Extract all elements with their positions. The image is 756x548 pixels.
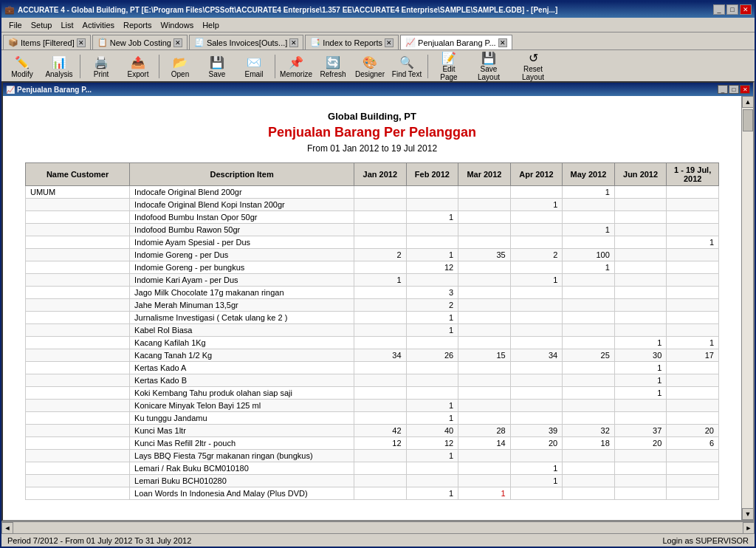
- cell-apr: [510, 362, 563, 374]
- col-header-jun: Jun 2012: [614, 163, 667, 186]
- cell-jul: [667, 249, 719, 261]
- cell-jun: 1: [614, 374, 667, 387]
- cell-may: 1: [563, 261, 615, 274]
- resetlayout-button[interactable]: ↺ Reset Layout: [511, 52, 555, 81]
- cell-item: Kabel Rol Biasa: [130, 324, 354, 337]
- refresh-button[interactable]: 🔄 Refresh: [315, 52, 351, 81]
- cell-apr: [510, 236, 563, 249]
- vscroll-track[interactable]: [742, 108, 753, 508]
- memorize-icon: 📌: [287, 55, 305, 70]
- menu-help[interactable]: Help: [198, 19, 224, 31]
- cell-may: [563, 487, 615, 500]
- tab-job-icon: 📋: [97, 38, 108, 47]
- editpage-button[interactable]: 📝 Edit Page: [431, 52, 467, 81]
- col-header-apr: Apr 2012: [510, 163, 563, 186]
- tab-index-reports[interactable]: 📑 Index to Reports ✕: [305, 35, 399, 49]
- cell-item: Indomie Goreng - per Dus: [130, 249, 354, 261]
- menu-activities[interactable]: Activities: [78, 19, 119, 31]
- menu-file[interactable]: File: [4, 19, 27, 31]
- cell-may: [563, 324, 615, 337]
- inner-minimize[interactable]: _: [718, 85, 728, 94]
- vscroll-down[interactable]: ▼: [742, 508, 754, 520]
- cell-apr: 1: [510, 475, 563, 487]
- cell-customer: [26, 450, 130, 462]
- print-button[interactable]: 🖨️ Print: [83, 52, 119, 81]
- maximize-button[interactable]: □: [726, 4, 738, 15]
- vscroll-thumb[interactable]: [743, 109, 753, 131]
- close-button[interactable]: ✕: [740, 4, 752, 15]
- inner-title-text: Penjualan Barang P...: [17, 86, 92, 94]
- report-scroll[interactable]: Global Building, PT Penjualan Barang Per…: [3, 96, 741, 520]
- designer-button[interactable]: 🎨 Designer: [352, 52, 388, 81]
- cell-jan: [354, 299, 407, 312]
- hscroll-left[interactable]: ◄: [1, 522, 13, 534]
- horizontal-scrollbar[interactable]: ◄ ►: [1, 521, 755, 533]
- cell-feb: 26: [406, 349, 458, 362]
- inner-close[interactable]: ✕: [740, 85, 750, 94]
- cell-item: Indomie Kari Ayam - per Dus: [130, 274, 354, 287]
- tab-job-close[interactable]: ✕: [173, 38, 182, 47]
- menu-setup[interactable]: Setup: [27, 19, 57, 31]
- cell-customer: [26, 224, 130, 236]
- cell-mar: [458, 475, 511, 487]
- tab-penjualan[interactable]: 📈 Penjualan Barang P... ✕: [400, 35, 512, 49]
- email-button[interactable]: ✉️ Email: [236, 52, 272, 81]
- tab-sales-close[interactable]: ✕: [289, 38, 298, 47]
- cell-apr: 2: [510, 249, 563, 261]
- cell-may: 18: [563, 437, 615, 450]
- tab-items-filtered[interactable]: 📦 Items [Filtered] ✕: [3, 35, 91, 49]
- cell-customer: [26, 337, 130, 349]
- tab-penjualan-close[interactable]: ✕: [498, 38, 507, 47]
- savelayout-icon: 💾: [480, 51, 498, 65]
- menu-reports[interactable]: Reports: [119, 19, 157, 31]
- col-header-mar: Mar 2012: [458, 163, 511, 186]
- cell-jul: 6: [667, 437, 719, 450]
- sep1: [80, 55, 80, 78]
- tab-items-close[interactable]: ✕: [77, 38, 86, 47]
- tab-sales-invoices[interactable]: 🧾 Sales Invoices[Outs...] ✕: [189, 35, 303, 49]
- cell-jan: [354, 400, 407, 412]
- menu-windows[interactable]: Windows: [157, 19, 199, 31]
- cell-item: Kunci Mas Refill 2ltr - pouch: [130, 437, 354, 450]
- cell-feb: [406, 186, 458, 199]
- open-button[interactable]: 📂 Open: [162, 52, 198, 81]
- designer-icon: 🎨: [361, 55, 379, 70]
- cell-item: Lays BBQ Fiesta 75gr makanan ringan (bun…: [130, 450, 354, 462]
- analysis-button[interactable]: 📊 Analysis: [41, 52, 77, 81]
- modify-button[interactable]: ✏️ Modify: [4, 52, 40, 81]
- cell-jul: [667, 299, 719, 312]
- savelayout-button[interactable]: 💾 Save Layout: [468, 52, 509, 81]
- cell-jun: [614, 224, 667, 236]
- vertical-scrollbar[interactable]: ▲ ▼: [741, 96, 753, 520]
- hscroll-right[interactable]: ►: [743, 522, 755, 534]
- cell-jun: [614, 287, 667, 299]
- sep2: [159, 55, 159, 78]
- memorize-label: Memorize: [280, 70, 312, 78]
- cell-feb: [406, 236, 458, 249]
- cell-mar: 15: [458, 349, 511, 362]
- tab-job-costing[interactable]: 📋 New Job Costing ✕: [92, 35, 188, 49]
- memorize-button[interactable]: 📌 Memorize: [278, 52, 314, 81]
- save-button[interactable]: 💾 Save: [199, 52, 235, 81]
- hscroll-track[interactable]: [13, 522, 743, 533]
- cell-item: Lemari / Rak Buku BCM010180: [130, 462, 354, 475]
- export-button[interactable]: 📤 Export: [120, 52, 156, 81]
- cell-jan: [354, 199, 407, 211]
- cell-customer: [26, 487, 130, 500]
- email-icon: ✉️: [245, 55, 263, 70]
- cell-customer: UMUM: [26, 186, 130, 199]
- minimize-button[interactable]: _: [713, 4, 725, 15]
- cell-jun: [614, 236, 667, 249]
- print-label: Print: [94, 70, 109, 78]
- inner-restore[interactable]: □: [729, 85, 739, 94]
- tab-index-close[interactable]: ✕: [385, 38, 394, 47]
- cell-may: [563, 387, 615, 400]
- cell-apr: 1: [510, 199, 563, 211]
- vscroll-up[interactable]: ▲: [742, 96, 754, 108]
- col-header-item: Description Item: [130, 163, 354, 186]
- cell-jul: [667, 224, 719, 236]
- cell-jun: [614, 312, 667, 324]
- findtext-button[interactable]: 🔍 Find Text: [389, 52, 425, 81]
- menu-list[interactable]: List: [56, 19, 78, 31]
- cell-may: [563, 337, 615, 349]
